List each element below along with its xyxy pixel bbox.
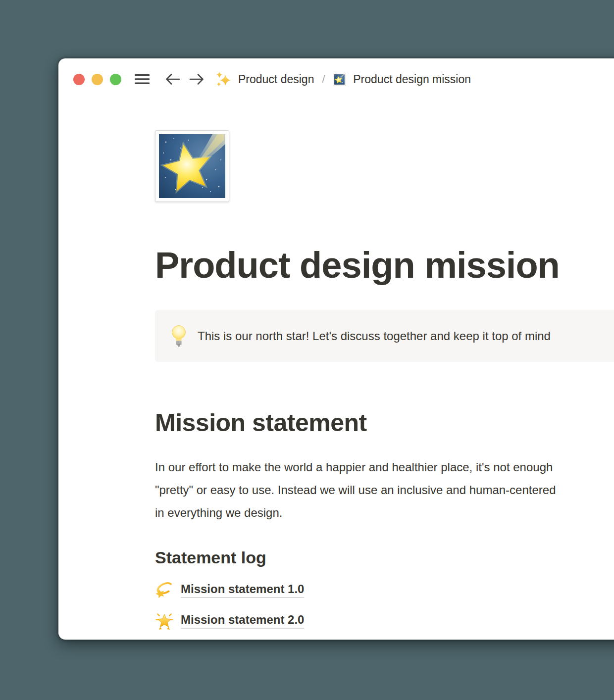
page-link-mission-statement-1[interactable]: Mission statement 1.0 [155,579,614,601]
callout-text: This is our north star! Let's discuss to… [198,329,551,343]
back-arrow-icon [165,73,181,86]
glowing-star-icon [155,611,174,630]
forward-button[interactable] [189,73,205,86]
page-link-label[interactable]: Mission statement 2.0 [181,613,304,629]
mission-paragraph[interactable]: In our effort to make the world a happie… [155,456,614,524]
page-link-mission-statement-2[interactable]: Mission statement 2.0 [155,609,614,632]
traffic-lights [73,74,121,85]
shooting-star-image [159,134,225,198]
back-button[interactable] [165,73,181,86]
page-icon[interactable] [155,130,229,202]
close-button[interactable] [73,74,85,85]
breadcrumb-label: Product design mission [353,73,471,86]
breadcrumb-label: Product design [238,73,314,86]
desktop: { "colors": { "desktop_background": "#4d… [0,0,614,700]
zoom-button[interactable] [110,74,121,85]
forward-arrow-icon [189,73,205,86]
sidebar-toggle-button[interactable] [134,74,150,85]
breadcrumb-item-product-design[interactable]: Product design [215,71,314,87]
paragraph-line: "pretty" or easy to use. Instead we will… [155,479,614,501]
paragraph-line: in everything we design. [155,501,614,524]
page-title[interactable]: Product design mission [155,245,614,286]
breadcrumb-item-product-design-mission[interactable]: Product design mission [333,73,471,86]
paragraph-line: In our effort to make the world a happie… [155,456,614,479]
dizzy-star-icon [155,581,174,600]
hamburger-menu-icon [134,74,150,85]
sparkles-icon [215,71,231,87]
page-content: Product design mission This is our north… [58,130,614,632]
mission-statement-heading[interactable]: Mission statement [155,408,614,437]
shooting-star-image-icon [333,73,346,86]
light-bulb-icon[interactable] [171,324,187,348]
window-topbar: Product design / Product design mission [58,58,614,100]
minimize-button[interactable] [92,74,103,85]
statement-log-heading[interactable]: Statement log [155,547,614,568]
page-link-label[interactable]: Mission statement 1.0 [181,582,304,598]
breadcrumb-separator: / [322,73,325,85]
callout-block[interactable]: This is our north star! Let's discuss to… [155,310,614,362]
notion-window: Product design / Product design mission [58,58,614,640]
